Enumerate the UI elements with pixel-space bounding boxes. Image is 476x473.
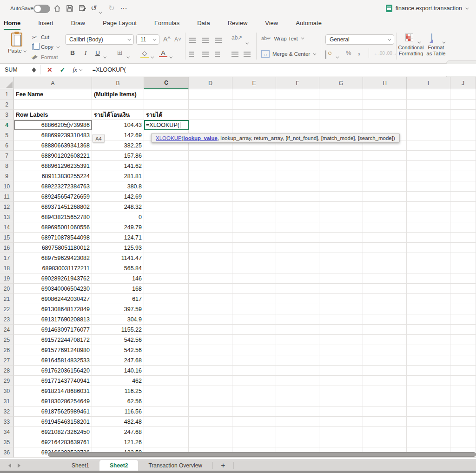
cell-C34[interactable]: [144, 427, 189, 437]
cell-J17[interactable]: [450, 253, 476, 263]
align-left-icon[interactable]: [189, 50, 194, 59]
cell-A30[interactable]: 691821478686031: [14, 386, 92, 396]
cell-A31[interactable]: 691830286254649: [14, 396, 92, 406]
cell-G17[interactable]: [319, 253, 363, 263]
cell-I11[interactable]: [407, 192, 450, 202]
cell-I35[interactable]: [407, 437, 450, 447]
cell-E24[interactable]: [232, 325, 276, 335]
row-header-19[interactable]: 19: [0, 273, 14, 284]
cell-J32[interactable]: [450, 406, 476, 417]
insert-function-icon[interactable]: fx: [69, 66, 78, 73]
cell-C1[interactable]: [144, 89, 189, 100]
cell-B21[interactable]: 617: [92, 294, 144, 304]
cell-H3[interactable]: [363, 110, 407, 120]
cell-G15[interactable]: [319, 233, 363, 243]
cell-E16[interactable]: [232, 243, 276, 253]
cell-A21[interactable]: 690862442030427: [14, 294, 92, 304]
column-header-I[interactable]: I: [407, 77, 450, 89]
cell-C32[interactable]: [144, 406, 189, 417]
row-header-15[interactable]: 15: [0, 233, 14, 243]
cell-E15[interactable]: [232, 233, 276, 243]
cell-A1[interactable]: Fee Name: [14, 89, 92, 100]
cell-D1[interactable]: [189, 89, 232, 100]
row-header-5[interactable]: 5: [0, 130, 14, 140]
comma-style-icon[interactable]: ,: [358, 47, 360, 57]
cell-B33[interactable]: 482.48: [92, 417, 144, 427]
align-center-icon[interactable]: [202, 50, 209, 59]
cell-G20[interactable]: [319, 284, 363, 294]
cell-H14[interactable]: [363, 222, 407, 233]
cell-I34[interactable]: [407, 427, 450, 437]
cell-C25[interactable]: [144, 335, 189, 345]
cell-B26[interactable]: 542.56: [92, 345, 144, 355]
cell-B29[interactable]: 462: [92, 376, 144, 386]
cell-J24[interactable]: [450, 325, 476, 335]
cell-A24[interactable]: 691463097176077: [14, 325, 92, 335]
cell-J1[interactable]: [450, 89, 476, 100]
cell-I27[interactable]: [407, 355, 450, 366]
borders-icon[interactable]: ⊞: [117, 49, 123, 56]
cell-D15[interactable]: [189, 233, 232, 243]
next-sheet-icon[interactable]: [18, 463, 20, 468]
cell-J13[interactable]: [450, 212, 476, 222]
cell-J28[interactable]: [450, 366, 476, 376]
cell-I29[interactable]: [407, 376, 450, 386]
cell-H7[interactable]: [363, 151, 407, 161]
cell-I20[interactable]: [407, 284, 450, 294]
row-header-13[interactable]: 13: [0, 212, 14, 222]
cell-B3[interactable]: รายได้โอนเงิน: [92, 110, 144, 120]
cell-C19[interactable]: [144, 273, 189, 284]
cell-A7[interactable]: 688901202608221: [14, 151, 92, 161]
cell-G29[interactable]: [319, 376, 363, 386]
cell-E7[interactable]: [232, 151, 276, 161]
cell-C10[interactable]: [144, 181, 189, 192]
row-header-8[interactable]: 8: [0, 161, 14, 171]
cell-E34[interactable]: [232, 427, 276, 437]
tab-automate[interactable]: Automate: [296, 18, 322, 29]
row-header-10[interactable]: 10: [0, 181, 14, 192]
cell-B35[interactable]: 121.26: [92, 437, 144, 447]
row-header-2[interactable]: 2: [0, 100, 14, 110]
cell-H21[interactable]: [363, 294, 407, 304]
decrease-decimal-icon[interactable]: .00→: [386, 51, 397, 56]
conditional-formatting-button[interactable]: [405, 33, 413, 41]
cell-I19[interactable]: [407, 273, 450, 284]
cell-A18[interactable]: 689830031172211: [14, 263, 92, 273]
name-box[interactable]: SUM: [0, 67, 31, 73]
tab-view[interactable]: View: [265, 18, 278, 29]
cell-D8[interactable]: [189, 161, 232, 171]
format-painter-button[interactable]: Format: [31, 53, 58, 61]
cell-E31[interactable]: [232, 396, 276, 406]
cell-H28[interactable]: [363, 366, 407, 376]
cell-E18[interactable]: [232, 263, 276, 273]
cell-E2[interactable]: [232, 100, 276, 110]
cell-A25[interactable]: 691572244708172: [14, 335, 92, 345]
cell-J30[interactable]: [450, 386, 476, 396]
cell-H4[interactable]: [363, 120, 407, 130]
cell-G4[interactable]: [319, 120, 363, 130]
cell-F15[interactable]: [276, 233, 319, 243]
cell-J7[interactable]: [450, 151, 476, 161]
cell-G25[interactable]: [319, 335, 363, 345]
font-name-select[interactable]: Calibri (Body): [65, 34, 134, 45]
cell-B17[interactable]: 1141.47: [92, 253, 144, 263]
cell-A34[interactable]: 692108273262450: [14, 427, 92, 437]
percent-style-icon[interactable]: %: [346, 49, 351, 56]
cell-J10[interactable]: [450, 181, 476, 192]
cell-B7[interactable]: 157.86: [92, 151, 144, 161]
cell-H11[interactable]: [363, 192, 407, 202]
cell-F3[interactable]: [276, 110, 319, 120]
decrease-font-icon[interactable]: A˅: [174, 36, 181, 43]
column-header-E[interactable]: E: [232, 77, 276, 89]
borders-chevron-icon[interactable]: [126, 52, 129, 60]
cell-I15[interactable]: [407, 233, 450, 243]
cell-J6[interactable]: [450, 140, 476, 151]
cell-B13[interactable]: 0: [92, 212, 144, 222]
cell-F10[interactable]: [276, 181, 319, 192]
row-header-27[interactable]: 27: [0, 355, 14, 366]
cell-J20[interactable]: [450, 284, 476, 294]
cell-E19[interactable]: [232, 273, 276, 284]
cell-E3[interactable]: [232, 110, 276, 120]
cell-G7[interactable]: [319, 151, 363, 161]
tab-data[interactable]: Data: [197, 18, 210, 29]
